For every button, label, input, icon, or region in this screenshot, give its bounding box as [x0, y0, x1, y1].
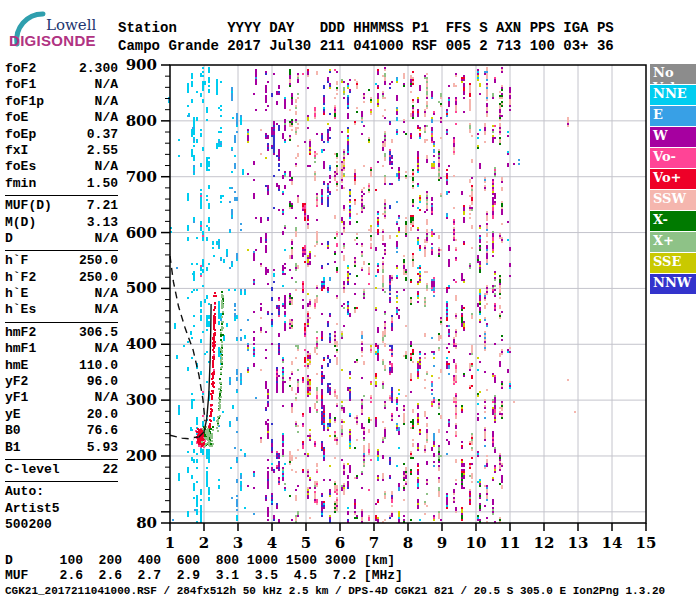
legend-label: Vo-: [653, 149, 676, 164]
legend-item-x-: X+: [650, 232, 696, 252]
svg-text:400: 400: [126, 335, 157, 353]
svg-text:8: 8: [403, 534, 413, 552]
legend-label: NNE: [653, 86, 687, 101]
echo-and-rfi-dots: [168, 67, 576, 523]
svg-text:600: 600: [126, 224, 157, 242]
svg-text:11: 11: [500, 534, 521, 552]
legend-item-e: E: [650, 106, 696, 126]
legend-item-sse: SSE: [650, 253, 696, 273]
plot-axes: 1234567891011121314159008007006005004003…: [126, 56, 657, 552]
svg-text:6: 6: [335, 534, 345, 552]
ionogram-plot: 1234567891011121314159008007006005004003…: [0, 0, 700, 600]
svg-text:12: 12: [534, 534, 555, 552]
d-distance-row: D 100 200 400 600 800 1000 1500 3000 [km…: [5, 553, 395, 568]
svg-text:7: 7: [369, 534, 379, 552]
svg-text:3: 3: [233, 534, 243, 552]
svg-text:500: 500: [126, 279, 157, 297]
svg-text:13: 13: [568, 534, 589, 552]
legend-item-nnw: NNW: [650, 274, 696, 294]
legend-item-noval: No Val: [650, 64, 696, 84]
svg-text:80: 80: [136, 514, 157, 532]
muf-row: MUF 2.6 2.6 2.7 2.9 3.1 3.5 4.5 7.2 [MHz…: [5, 568, 403, 583]
svg-text:2: 2: [199, 534, 209, 552]
svg-text:5: 5: [301, 534, 311, 552]
legend-item-ssw: SSW: [650, 190, 696, 210]
legend-item-w: W: [650, 127, 696, 147]
legend-label: E: [653, 107, 663, 122]
legend-label: NNW: [653, 275, 691, 290]
legend-label: SSE: [653, 254, 681, 269]
svg-text:4: 4: [267, 534, 277, 552]
artist-profile-lines: [170, 256, 211, 439]
svg-text:10: 10: [466, 534, 487, 552]
svg-text:200: 200: [126, 447, 157, 465]
legend-label: X+: [653, 233, 674, 248]
svg-text:1: 1: [165, 534, 175, 552]
direction-color-legend: No ValNNEEWVo-Vo+SSWX-X+SSENNW: [650, 64, 696, 295]
legend-item-vo-: Vo+: [650, 169, 696, 189]
svg-text:900: 900: [126, 56, 157, 74]
digisonde-ionogram-page: Lowell DIGISONDE Station YYYY DAY DDD HH…: [0, 0, 700, 600]
svg-text:14: 14: [602, 534, 623, 552]
svg-text:9: 9: [437, 534, 447, 552]
legend-label: Vo+: [653, 170, 681, 185]
svg-text:300: 300: [126, 391, 157, 409]
svg-text:800: 800: [126, 112, 157, 130]
legend-label: SSW: [653, 191, 686, 206]
legend-item-x-: X-: [650, 211, 696, 231]
legend-item-vo-: Vo-: [650, 148, 696, 168]
svg-text:700: 700: [126, 168, 157, 186]
legend-item-nne: NNE: [650, 85, 696, 105]
legend-label: X-: [653, 212, 668, 227]
legend-label: W: [653, 128, 668, 143]
svg-text:15: 15: [636, 534, 657, 552]
status-line: CGK21_2017211041000.RSF / 284fx512h 50 k…: [5, 585, 665, 597]
